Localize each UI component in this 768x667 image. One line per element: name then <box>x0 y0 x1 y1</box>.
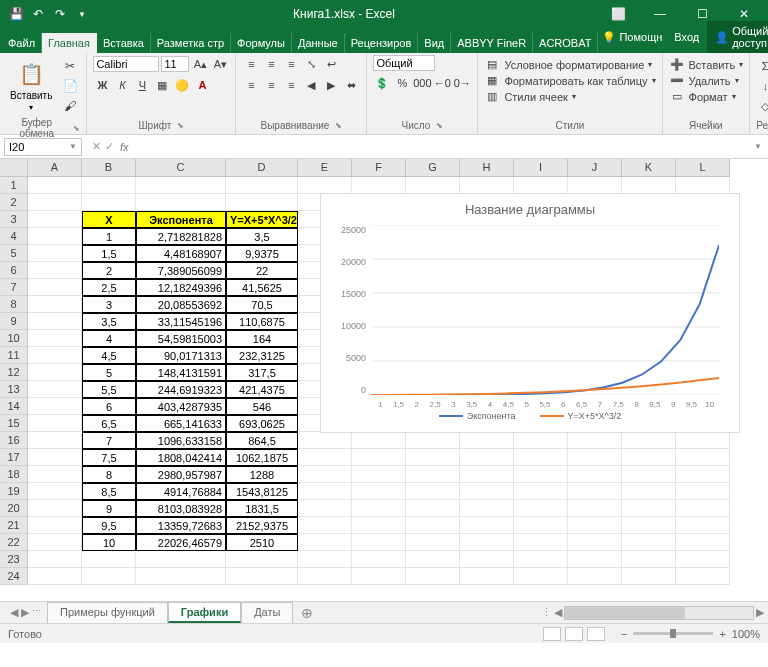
sheet-tab-2[interactable]: Даты <box>241 602 293 623</box>
cell-H1[interactable] <box>460 177 514 194</box>
cell-B4[interactable]: 1 <box>82 228 136 245</box>
cell-D8[interactable]: 70,5 <box>226 296 298 313</box>
cell-D7[interactable]: 41,5625 <box>226 279 298 296</box>
cell-F21[interactable] <box>352 517 406 534</box>
cell-I24[interactable] <box>514 568 568 585</box>
cell-G17[interactable] <box>406 449 460 466</box>
cell-A3[interactable] <box>28 211 82 228</box>
autosum-icon[interactable]: Σ <box>756 57 768 75</box>
cell-I16[interactable] <box>514 432 568 449</box>
row-header-14[interactable]: 14 <box>0 398 28 415</box>
cell-L20[interactable] <box>676 500 730 517</box>
row-header-21[interactable]: 21 <box>0 517 28 534</box>
cell-L19[interactable] <box>676 483 730 500</box>
row-header-22[interactable]: 22 <box>0 534 28 551</box>
cell-A8[interactable] <box>28 296 82 313</box>
percent-icon[interactable]: % <box>393 74 411 92</box>
fill-color-icon[interactable]: 🟡 <box>173 76 191 94</box>
cell-B5[interactable]: 1,5 <box>82 245 136 262</box>
sheet-nav-prev-icon[interactable]: ◀ <box>10 606 18 619</box>
signin[interactable]: Вход <box>670 28 703 46</box>
cell-J18[interactable] <box>568 466 622 483</box>
col-header-I[interactable]: I <box>514 159 568 177</box>
row-header-5[interactable]: 5 <box>0 245 28 262</box>
tab-file[interactable]: Файл <box>2 33 42 53</box>
cell-D21[interactable]: 2152,9375 <box>226 517 298 534</box>
cell-B16[interactable]: 7 <box>82 432 136 449</box>
col-header-G[interactable]: G <box>406 159 460 177</box>
cell-E18[interactable] <box>298 466 352 483</box>
cell-D9[interactable]: 110,6875 <box>226 313 298 330</box>
currency-icon[interactable]: 💲 <box>373 74 391 92</box>
cell-K18[interactable] <box>622 466 676 483</box>
font-size-input[interactable] <box>161 56 189 72</box>
col-header-J[interactable]: J <box>568 159 622 177</box>
cell-I23[interactable] <box>514 551 568 568</box>
indent-dec-icon[interactable]: ◀ <box>302 76 320 94</box>
cell-E21[interactable] <box>298 517 352 534</box>
cell-B6[interactable]: 2 <box>82 262 136 279</box>
comma-icon[interactable]: 000 <box>413 74 431 92</box>
cell-L17[interactable] <box>676 449 730 466</box>
cell-L22[interactable] <box>676 534 730 551</box>
inc-decimal-icon[interactable]: ←0 <box>433 74 451 92</box>
cell-B3[interactable]: X <box>82 211 136 228</box>
cell-J23[interactable] <box>568 551 622 568</box>
row-header-6[interactable]: 6 <box>0 262 28 279</box>
cell-K22[interactable] <box>622 534 676 551</box>
cell-F16[interactable] <box>352 432 406 449</box>
number-launcher[interactable]: ⬊ <box>436 121 443 130</box>
view-pagelayout-icon[interactable] <box>565 627 583 641</box>
cell-B22[interactable]: 10 <box>82 534 136 551</box>
cell-A12[interactable] <box>28 364 82 381</box>
cell-K16[interactable] <box>622 432 676 449</box>
cell-E17[interactable] <box>298 449 352 466</box>
tab-вид[interactable]: Вид <box>418 33 451 53</box>
cell-C9[interactable]: 33,11545196 <box>136 313 226 330</box>
cell-B11[interactable]: 4,5 <box>82 347 136 364</box>
row-header-12[interactable]: 12 <box>0 364 28 381</box>
cell-D6[interactable]: 22 <box>226 262 298 279</box>
merge-icon[interactable]: ⬌ <box>342 76 360 94</box>
wrap-text-icon[interactable]: ↩ <box>322 55 340 73</box>
cell-C7[interactable]: 12,18249396 <box>136 279 226 296</box>
dec-decimal-icon[interactable]: 0→ <box>453 74 471 92</box>
zoom-out-icon[interactable]: − <box>621 628 627 640</box>
cell-G18[interactable] <box>406 466 460 483</box>
cell-A14[interactable] <box>28 398 82 415</box>
cell-L23[interactable] <box>676 551 730 568</box>
cell-B8[interactable]: 3 <box>82 296 136 313</box>
cell-J16[interactable] <box>568 432 622 449</box>
enter-formula-icon[interactable]: ✓ <box>105 140 114 153</box>
cell-B23[interactable] <box>82 551 136 568</box>
share-button[interactable]: 👤Общий доступ <box>707 21 768 53</box>
tab-abbyy finer[interactable]: ABBYY FineR <box>451 33 533 53</box>
cell-C15[interactable]: 665,141633 <box>136 415 226 432</box>
cell-J24[interactable] <box>568 568 622 585</box>
cell-B2[interactable] <box>82 194 136 211</box>
cell-H22[interactable] <box>460 534 514 551</box>
cell-G19[interactable] <box>406 483 460 500</box>
cell-K19[interactable] <box>622 483 676 500</box>
col-header-A[interactable]: A <box>28 159 82 177</box>
tab-вставка[interactable]: Вставка <box>97 33 151 53</box>
cell-L1[interactable] <box>676 177 730 194</box>
align-right-icon[interactable]: ≡ <box>282 76 300 94</box>
cell-H18[interactable] <box>460 466 514 483</box>
col-header-D[interactable]: D <box>226 159 298 177</box>
cut-icon[interactable]: ✂ <box>60 57 80 75</box>
cell-C12[interactable]: 148,4131591 <box>136 364 226 381</box>
tab-главная[interactable]: Главная <box>42 33 97 53</box>
cell-D2[interactable] <box>226 194 298 211</box>
row-header-13[interactable]: 13 <box>0 381 28 398</box>
view-normal-icon[interactable] <box>543 627 561 641</box>
cell-I18[interactable] <box>514 466 568 483</box>
cell-B9[interactable]: 3,5 <box>82 313 136 330</box>
cell-J22[interactable] <box>568 534 622 551</box>
cell-E1[interactable] <box>298 177 352 194</box>
row-header-2[interactable]: 2 <box>0 194 28 211</box>
tab-рецензиров[interactable]: Рецензиров <box>345 33 419 53</box>
font-shrink-icon[interactable]: A▾ <box>211 55 229 73</box>
col-header-H[interactable]: H <box>460 159 514 177</box>
cell-I1[interactable] <box>514 177 568 194</box>
